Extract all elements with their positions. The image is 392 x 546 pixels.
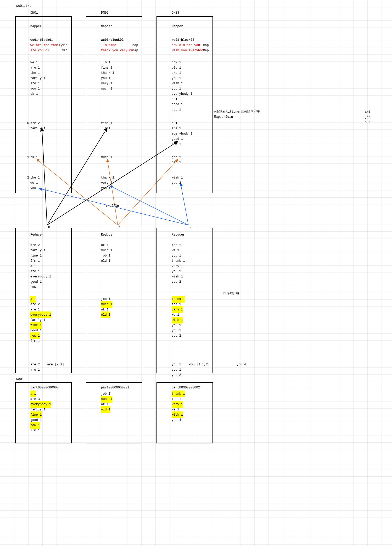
r1-top-right <box>128 228 142 228</box>
r2-top-left <box>156 228 171 228</box>
data-row: you 2 <box>171 372 182 378</box>
data-row: much 1 <box>100 154 113 161</box>
data-row: I'm 1 <box>29 427 41 434</box>
data-row: old 1 <box>100 311 111 318</box>
data-row: how 1 <box>171 141 182 148</box>
range3: s~z <box>364 119 372 126</box>
are-array: are [2,1] <box>46 361 65 368</box>
block2-line2: thank you very mu <box>100 47 134 54</box>
data-row: old 1 <box>100 406 111 413</box>
reducer0-title: Reducer <box>29 231 44 238</box>
map-label: Map <box>202 47 210 54</box>
you4-label: you 4 <box>236 361 247 368</box>
output1-box <box>86 382 142 443</box>
mapperjoin-note: MapperJoin <box>213 114 234 120</box>
reducer2-title: Reducer <box>171 231 186 238</box>
part1-name: part00000000001 <box>100 384 130 391</box>
reducer1-sides <box>86 228 142 373</box>
dn03-label: DN03 <box>171 9 180 16</box>
data-row: I'm 1 <box>100 125 111 132</box>
data-row: job 1 <box>171 106 182 113</box>
map-label: Map <box>61 47 69 54</box>
block1-line2: are you ok <box>29 47 50 54</box>
you-array: you [1,1,2] <box>188 361 211 368</box>
mapper3-title: Mapper <box>171 23 184 30</box>
r0-top-right <box>58 228 72 228</box>
map-label: Map <box>131 47 139 54</box>
wc01-output-label: wc01 <box>15 376 25 383</box>
data-row: ok 1 <box>29 154 39 161</box>
r1-top-left <box>86 228 100 228</box>
data-row: old 1 <box>171 159 182 166</box>
data-row: you 2 <box>171 180 182 186</box>
data-row: old 1 <box>100 258 111 264</box>
r2-top-right <box>199 228 213 228</box>
data-row: I'm 1 <box>29 338 41 344</box>
data-row: are 1 <box>29 366 41 373</box>
r0-top-left <box>15 228 29 228</box>
data-row: you 1 <box>100 185 111 192</box>
block3-line2: wish you everybod <box>171 47 205 54</box>
dn01-label: DN01 <box>29 9 39 16</box>
reducer-idx-2: 2 <box>188 224 192 231</box>
data-row: ok 1 <box>29 91 39 97</box>
mapper2-title: Mapper <box>100 23 113 30</box>
data-row: you 4 <box>171 417 182 424</box>
shuffle-label: shuffle <box>105 203 120 209</box>
data-row: how 1 <box>29 284 41 291</box>
sortgroup-note: 排序后分组 <box>222 290 240 297</box>
data-row: much 1 <box>100 85 113 92</box>
data-row: you 2 <box>171 278 182 285</box>
reducer-idx-0: 0 <box>47 224 51 231</box>
dn02-label: DN02 <box>100 9 110 16</box>
part2-name: part00000000002 <box>171 384 201 391</box>
data-row: you 2 <box>171 332 182 339</box>
part0-name: part00000000000 <box>29 384 60 391</box>
data-row: family 1 <box>29 125 47 132</box>
mapper1-title: Mapper <box>29 23 43 30</box>
reducer1-title: Reducer <box>100 231 115 238</box>
filename-label: wc01.txt <box>15 3 32 9</box>
data-row: you 1 <box>29 185 41 192</box>
reducer-idx-1: 1 <box>118 224 122 231</box>
